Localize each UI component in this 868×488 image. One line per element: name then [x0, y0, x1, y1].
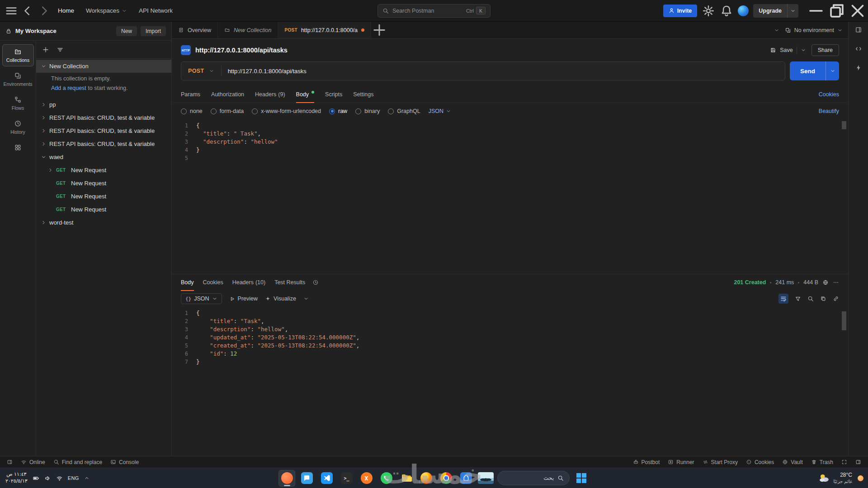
request-title[interactable]: http://127.0.0.1:8000/api/tasks	[195, 47, 288, 54]
explorer-taskbar-button[interactable]	[398, 470, 415, 487]
response-format-selector[interactable]: {} JSON	[181, 293, 222, 304]
response-history-icon[interactable]	[312, 279, 319, 286]
response-status[interactable]: 201 Created	[734, 279, 766, 286]
request-tab-headers[interactable]: Headers (9)	[255, 86, 285, 103]
response-tab-test-results[interactable]: Test Results	[274, 274, 305, 291]
bolt-icon[interactable]	[855, 64, 862, 71]
activity-item-more[interactable]	[2, 140, 34, 155]
statusbar-online[interactable]: Online	[18, 456, 48, 468]
request-body-editor[interactable]: 1{2 "title": " Task",3 "descrption": "he…	[172, 119, 848, 274]
taskbar-search[interactable]: بحث	[497, 471, 570, 485]
chrome-taskbar-button[interactable]	[438, 470, 454, 487]
workspaces-menu[interactable]: Workspaces	[81, 4, 132, 18]
search-response-icon[interactable]	[807, 296, 814, 302]
save-options-icon[interactable]	[801, 47, 806, 53]
battery-icon[interactable]	[33, 475, 39, 482]
menu-icon[interactable]	[5, 4, 18, 18]
statusbar-vault[interactable]: Vault	[779, 456, 806, 468]
start-button[interactable]	[573, 470, 590, 487]
send-button[interactable]: Send	[790, 61, 839, 80]
tab-overflow-icon[interactable]	[774, 28, 779, 33]
activity-item-history[interactable]: History	[2, 116, 34, 138]
new-button[interactable]: New	[116, 26, 137, 36]
request-tab-authorization[interactable]: Authorization	[211, 86, 244, 103]
xampp-taskbar-button[interactable]: X	[358, 470, 375, 487]
statusbar-expand[interactable]	[838, 456, 850, 468]
cookies-link[interactable]: Cookies	[819, 91, 839, 98]
upgrade-button[interactable]: Upgrade	[753, 4, 798, 18]
new-tab-icon[interactable]	[371, 22, 387, 38]
invite-button[interactable]: Invite	[663, 5, 698, 17]
weather-widget[interactable]: 28°C غائم جزئيًا	[814, 472, 868, 485]
photo-taskbar-button[interactable]	[477, 470, 494, 487]
taskbar-clock[interactable]: ١١:٤٣ ص ٢٠٢٥/٥/١٣	[5, 471, 28, 485]
request-tab-settings[interactable]: Settings	[353, 86, 373, 103]
statusbar-find-and-replace[interactable]: Find and replace	[50, 456, 105, 468]
request-editor-scrollbar[interactable]	[842, 121, 846, 272]
body-type-raw[interactable]: raw	[329, 108, 347, 114]
tree-collection[interactable]: pp	[36, 98, 171, 111]
method-selector[interactable]: POST	[181, 68, 221, 74]
visualize-button[interactable]: Visualize	[265, 296, 296, 302]
workspace-title[interactable]: My Workspace	[15, 28, 57, 34]
scrollbar-thumb[interactable]	[842, 311, 846, 330]
statusbar-panelsplit[interactable]	[4, 456, 16, 468]
request-tab-body[interactable]: Body	[296, 86, 315, 103]
tree-request[interactable]: GETNew Request	[36, 177, 171, 190]
avatar[interactable]	[738, 5, 749, 16]
firefox-taskbar-button[interactable]	[418, 470, 434, 487]
network-globe-icon[interactable]	[822, 279, 829, 286]
tree-collection[interactable]: REST API basics: CRUD, test & variable	[36, 111, 171, 124]
response-size[interactable]: 444 B	[803, 279, 818, 286]
maximize-button[interactable]	[826, 0, 847, 22]
whatsapp-taskbar-button[interactable]	[378, 470, 395, 487]
tree-collection[interactable]: waed	[36, 150, 171, 164]
save-button[interactable]: Save	[770, 47, 806, 54]
chat-taskbar-button[interactable]	[298, 470, 315, 487]
statusbar-postbot[interactable]: Postbot	[630, 456, 663, 468]
api-network-menu[interactable]: API Network	[134, 4, 177, 18]
forward-icon[interactable]	[37, 4, 51, 18]
vscode-taskbar-button[interactable]	[318, 470, 335, 487]
global-search[interactable]: Search Postman Ctrl K	[377, 4, 491, 18]
body-type-none[interactable]: none	[181, 108, 203, 114]
notification-badge[interactable]	[858, 475, 863, 481]
body-type-x-www-form-urlencoded[interactable]: x-www-form-urlencoded	[252, 108, 321, 114]
scrollbar-thumb[interactable]	[842, 121, 846, 129]
response-time[interactable]: 241 ms	[775, 279, 794, 286]
response-tab-headers[interactable]: Headers (10)	[232, 274, 265, 291]
share-button[interactable]: Share	[811, 44, 839, 56]
body-type-GraphQL[interactable]: GraphQL	[388, 108, 420, 114]
tree-collection[interactable]: REST API basics: CRUD, test & variable	[36, 137, 171, 150]
home-link[interactable]: Home	[53, 4, 79, 18]
tree-request[interactable]: GETNew Request	[36, 190, 171, 203]
activity-item-flows[interactable]: Flows	[2, 92, 34, 114]
open-tab[interactable]: POSThttp://127.0.0.1:8000/a	[278, 22, 371, 38]
tree-collection[interactable]: word-test	[36, 216, 171, 229]
tree-collection[interactable]: New Collection	[36, 60, 171, 73]
link-icon[interactable]	[833, 296, 839, 302]
url-input[interactable]: http://127.0.0.1:8000/api/tasks	[222, 68, 313, 75]
statusbar-console[interactable]: Console	[107, 456, 142, 468]
response-tab-cookies[interactable]: Cookies	[203, 274, 223, 291]
environment-selector[interactable]: No environment	[785, 27, 843, 33]
request-tab-scripts[interactable]: Scripts	[325, 86, 342, 103]
add-request-link[interactable]: Add a request	[51, 85, 86, 91]
request-tab-params[interactable]: Params	[181, 86, 200, 103]
wrap-text-icon[interactable]	[778, 294, 788, 304]
activity-item-collections[interactable]: Collections	[2, 44, 34, 66]
layout-panel-icon[interactable]	[855, 26, 862, 33]
send-options[interactable]	[826, 61, 839, 80]
statusbar-start-proxy[interactable]: Start Proxy	[699, 456, 741, 468]
minimize-button[interactable]	[806, 0, 826, 22]
tray-overflow-icon[interactable]	[84, 475, 90, 481]
statusbar-panelic[interactable]	[852, 456, 864, 468]
tree-request[interactable]: GETNew Request	[36, 164, 171, 177]
format-selector[interactable]: JSON	[429, 108, 451, 114]
import-button[interactable]: Import	[141, 26, 166, 36]
response-editor-scrollbar[interactable]	[842, 309, 846, 454]
tree-request[interactable]: GETNew Request	[36, 203, 171, 216]
response-body-editor[interactable]: 1{2 "title": "Task",3 "descrption": "hel…	[172, 307, 848, 456]
notifications-bell-icon[interactable]	[720, 4, 733, 18]
code-snippet-icon[interactable]	[855, 45, 862, 52]
